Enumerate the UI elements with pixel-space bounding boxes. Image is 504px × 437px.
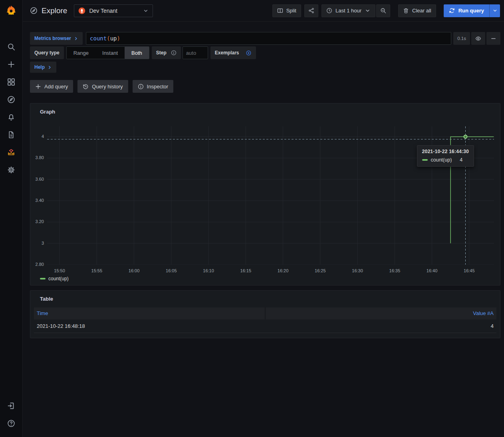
sidebar-item-configuration[interactable] [0, 161, 22, 179]
time-range-picker[interactable]: Last 1 hour [321, 4, 375, 17]
info-circle-icon [171, 50, 177, 56]
plus-icon [35, 84, 41, 90]
column-header-value[interactable]: Value #A [266, 307, 496, 319]
graph-tooltip: 2021-10-22 16:44:30 count(up) 4 [417, 145, 474, 167]
sidebar-item-search[interactable] [0, 38, 22, 56]
minus-icon [490, 36, 496, 42]
tooltip-series-label: count(up) [431, 157, 452, 163]
sidebar-item-create[interactable] [0, 56, 22, 73]
document-icon [7, 131, 15, 139]
results-table: Time Value #A 2021-10-22 16:48:18 4 [34, 307, 496, 333]
main-area: Explore Dev Tenant [23, 0, 504, 437]
explore-content: Metrics browser count(up) 0.1s [23, 22, 504, 338]
expr-paren-open: ( [107, 35, 110, 42]
remove-query-button[interactable] [486, 32, 500, 45]
topbar: Explore Dev Tenant [23, 0, 504, 22]
y-axis-tick: 3.60 [27, 177, 44, 182]
grafana-logo-icon [5, 5, 17, 17]
chevron-down-icon [143, 8, 149, 14]
help-button[interactable]: Help [30, 62, 56, 73]
sync-icon [449, 8, 455, 14]
legend-label: count(up) [48, 276, 69, 281]
step-label: Step [152, 46, 181, 59]
metrics-browser-button[interactable]: Metrics browser [30, 32, 83, 45]
x-axis-tick: 16:45 [459, 268, 479, 273]
sidebar-item-alerting[interactable] [0, 108, 22, 126]
x-axis-tick: 16:35 [385, 268, 405, 273]
exemplars-label: Exemplars [215, 50, 239, 56]
series-color-swatch [422, 159, 428, 161]
query-type-option-range[interactable]: Range [67, 47, 95, 59]
column-header-time[interactable]: Time [34, 307, 266, 319]
table-row: 2021-10-22 16:48:18 4 [34, 319, 496, 333]
y-axis-tick: 3.80 [27, 155, 44, 160]
cell-value: 4 [266, 323, 496, 329]
inspector-button[interactable]: Inspector [133, 80, 173, 93]
add-query-label: Add query [44, 84, 68, 90]
query-type-option-instant[interactable]: Instant [95, 47, 125, 59]
query-row: Metrics browser count(up) 0.1s [30, 32, 500, 45]
share-button[interactable] [304, 4, 318, 17]
run-query-group: Run query [444, 4, 500, 17]
query-history-button[interactable]: Query history [77, 80, 128, 93]
sidebar-item-metrics[interactable] [0, 144, 22, 161]
eye-icon [475, 36, 481, 42]
x-axis-tick: 16:25 [310, 268, 330, 273]
bell-icon [7, 113, 15, 121]
query-expression-input[interactable]: count(up) [86, 32, 451, 45]
expr-argument: up [110, 35, 117, 42]
grafana-logo[interactable] [0, 0, 22, 22]
sidebar-item-dashboards[interactable] [0, 73, 22, 91]
exemplars-toggle[interactable]: Exemplars [210, 46, 256, 59]
split-button[interactable]: Split [272, 4, 301, 17]
prometheus-datasource-icon [78, 7, 85, 14]
x-axis-tick: 16:15 [236, 268, 256, 273]
help-label: Help [34, 64, 45, 70]
chevron-down-icon [365, 8, 371, 14]
datasource-picker[interactable]: Dev Tenant [74, 4, 153, 17]
y-axis-tick: 3.40 [27, 198, 44, 203]
sidebar-item-explore[interactable] [0, 91, 22, 108]
step-input[interactable] [183, 46, 208, 59]
sign-in-icon [7, 402, 15, 410]
sidebar-item-docs[interactable] [0, 126, 22, 144]
x-axis-tick: 16:10 [198, 268, 218, 273]
help-row: Help [30, 62, 500, 73]
table-header: Time Value #A [34, 307, 496, 319]
response-time-badge: 0.1s [453, 32, 470, 45]
x-axis-tick: 15:50 [50, 268, 69, 273]
dashboards-icon [7, 78, 15, 86]
expr-paren-close: ) [117, 35, 120, 42]
search-icon [7, 43, 15, 51]
zoom-out-icon [380, 8, 386, 14]
zoom-out-button[interactable] [376, 4, 390, 17]
y-axis-tick: 3 [27, 241, 44, 245]
x-axis-tick: 16:30 [347, 268, 367, 273]
trash-icon [403, 8, 409, 14]
toggle-query-visibility-button[interactable] [471, 32, 485, 45]
metrics-app-icon [7, 148, 15, 156]
plus-icon [7, 60, 15, 68]
graph-legend-item[interactable]: count(up) [40, 276, 69, 281]
run-query-dropdown[interactable] [489, 4, 500, 17]
query-type-label: Query type [30, 46, 64, 59]
table-panel-title: Table [40, 296, 53, 302]
help-icon [7, 419, 15, 427]
gear-icon [7, 166, 15, 174]
sidebar-item-sign-in[interactable] [0, 397, 22, 415]
x-axis-tick: 15:55 [87, 268, 107, 273]
sidebar-nav [0, 22, 22, 179]
sidebar-item-help[interactable] [0, 415, 22, 432]
info-circle-icon [138, 84, 144, 90]
topbar-right: Split Last 1 hour C [272, 4, 500, 17]
query-type-option-both[interactable]: Both [125, 47, 149, 59]
plot-wrap: 2021-10-22 16:44:30 count(up) 4 43.803.6… [47, 126, 494, 265]
clear-all-button[interactable]: Clear all [398, 4, 436, 17]
y-axis-tick: 4 [27, 134, 44, 139]
x-axis-tick: 16:20 [273, 268, 293, 273]
query-options-row: Query type Range Instant Both Step Exemp… [30, 46, 500, 59]
run-query-button[interactable]: Run query [444, 4, 489, 17]
tooltip-series-value: 4 [460, 157, 462, 163]
sidebar-bottom [0, 397, 22, 437]
add-query-button[interactable]: Add query [30, 80, 73, 93]
